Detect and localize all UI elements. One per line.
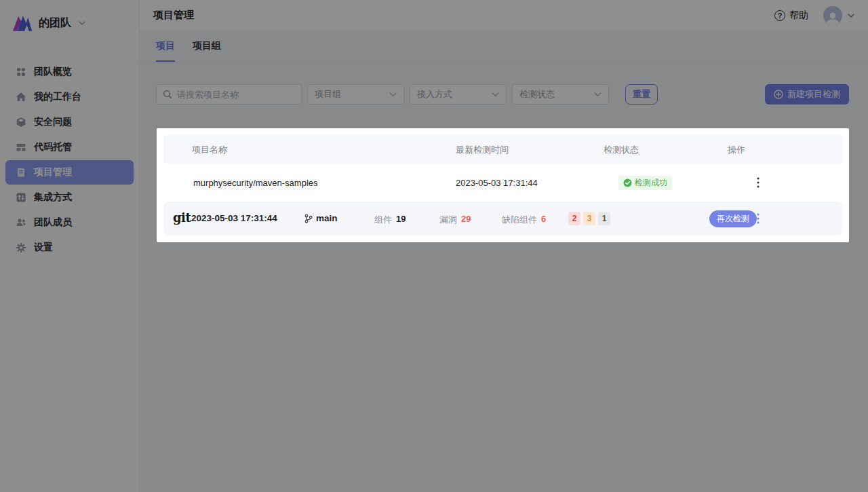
home-icon: [16, 92, 26, 102]
sidebar-item-label: 集成方式: [34, 191, 72, 204]
topbar: 项目管理 ? 帮助: [140, 0, 868, 31]
detail-detection-time: 2023-05-03 17:31:44: [191, 213, 277, 223]
new-detection-button[interactable]: 新建项目检测: [765, 84, 849, 105]
sidebar-item-label: 设置: [34, 242, 53, 254]
table-row[interactable]: murphysecurity/maven-samples 2023-05-03 …: [163, 164, 842, 202]
sort-arrows-icon: [16, 192, 26, 203]
severity-badges: 2 3 1: [568, 212, 610, 225]
components-stat: 组件 19: [374, 214, 406, 226]
sidebar-item-team-members[interactable]: 团队成员: [5, 210, 134, 235]
sidebar-item-label: 项目管理: [34, 166, 72, 178]
sidebar-nav: 团队概览 我的工作台 安全问题 代码托管: [0, 60, 139, 260]
detection-time: 2023-05-03 17:31:44: [456, 178, 538, 188]
sidebar-item-label: 团队概览: [34, 66, 72, 78]
sidebar-item-project-management[interactable]: 项目管理: [5, 160, 134, 185]
detection-status-select[interactable]: 检测状态: [512, 84, 609, 105]
grid-icon: [16, 67, 26, 77]
chevron-down-icon[interactable]: [848, 14, 854, 18]
sidebar-item-team-overview[interactable]: 团队概览: [5, 60, 134, 84]
chevron-down-icon: [389, 92, 397, 97]
filter-bar: 项目组 接入方式 检测状态 重置: [156, 84, 849, 105]
question-circle-icon: ?: [774, 10, 785, 21]
sidebar-item-settings[interactable]: 设置: [5, 235, 134, 260]
chevron-down-icon: [79, 21, 85, 25]
avatar[interactable]: [823, 6, 842, 25]
team-name: 的团队: [39, 16, 71, 31]
severity-high-badge: 3: [583, 212, 595, 225]
select-value: 检测状态: [519, 88, 555, 100]
search-icon: [163, 90, 172, 99]
sidebar-item-label: 代码托管: [34, 141, 72, 153]
help-button[interactable]: ? 帮助: [774, 10, 808, 22]
sidebar-item-integration[interactable]: 集成方式: [5, 185, 134, 210]
sidebar-item-label: 安全问题: [34, 116, 72, 128]
team-switcher[interactable]: 的团队: [0, 0, 139, 33]
branch-name: main: [316, 213, 338, 223]
detection-detail-row[interactable]: git 2023-05-03 17:31:44 main 组件 19 漏洞 29: [163, 202, 842, 235]
chevron-down-icon: [594, 92, 601, 97]
tab-projects[interactable]: 项目: [156, 31, 175, 62]
project-name: murphysecurity/maven-samples: [193, 178, 318, 188]
new-detection-label: 新建项目检测: [787, 88, 840, 100]
project-search[interactable]: [156, 84, 302, 105]
reset-button[interactable]: 重置: [625, 84, 658, 105]
sidebar: 的团队 团队概览 我的工作台 安全问题: [0, 0, 140, 492]
detail-more-actions-icon[interactable]: [751, 210, 766, 227]
page-title: 项目管理: [153, 9, 194, 22]
column-latest-detection-time: 最新检测时间: [456, 144, 509, 156]
git-source-label: git: [173, 210, 191, 225]
plus-circle-icon: [774, 90, 783, 99]
tab-project-groups[interactable]: 项目组: [193, 31, 221, 62]
rescan-button[interactable]: 再次检测: [709, 210, 757, 227]
severity-critical-badge: 2: [568, 212, 580, 225]
vulnerabilities-stat: 漏洞 29: [439, 214, 471, 226]
clipboard-icon: [16, 167, 26, 178]
access-method-select[interactable]: 接入方式: [410, 84, 507, 105]
gear-icon: [16, 242, 26, 253]
branch: main: [304, 213, 338, 223]
select-value: 接入方式: [417, 88, 452, 100]
column-actions: 操作: [728, 144, 745, 156]
chevron-down-icon: [492, 92, 499, 97]
status-badge: 检测成功: [618, 176, 672, 190]
help-label: 帮助: [789, 10, 808, 22]
tab-bar: 项目 项目组: [140, 31, 868, 62]
topbar-right: ? 帮助: [774, 6, 854, 25]
status-label: 检测成功: [635, 177, 667, 189]
sidebar-item-security-issues[interactable]: 安全问题: [5, 110, 134, 134]
check-circle-icon: [623, 178, 632, 187]
sidebar-item-code-hosting[interactable]: 代码托管: [5, 135, 134, 159]
project-table: 项目名称 最新检测时间 检测状态 操作 murphysecurity/maven…: [157, 128, 849, 242]
sidebar-item-my-workbench[interactable]: 我的工作台: [5, 85, 134, 109]
table-header: 项目名称 最新检测时间 检测状态 操作: [163, 135, 842, 164]
column-detection-status: 检测状态: [604, 144, 639, 156]
sidebar-item-label: 团队成员: [34, 216, 72, 229]
severity-low-badge: 1: [598, 212, 610, 225]
column-project-name: 项目名称: [192, 144, 227, 156]
project-group-select[interactable]: 项目组: [307, 84, 404, 105]
row-more-actions-icon[interactable]: [751, 174, 766, 191]
sidebar-item-label: 我的工作台: [34, 91, 81, 103]
murphysec-logo: [12, 14, 33, 33]
git-branch-icon: [304, 214, 313, 223]
layout-icon: [16, 142, 26, 153]
search-input[interactable]: [177, 90, 295, 100]
app-root: 的团队 团队概览 我的工作台 安全问题: [0, 0, 868, 492]
users-icon: [16, 217, 26, 228]
defective-components-stat: 缺陷组件 6: [502, 214, 546, 226]
select-value: 项目组: [315, 88, 341, 100]
cube-icon: [16, 117, 26, 128]
main-content: 项目 项目组 项目组 接入方式: [140, 31, 868, 492]
